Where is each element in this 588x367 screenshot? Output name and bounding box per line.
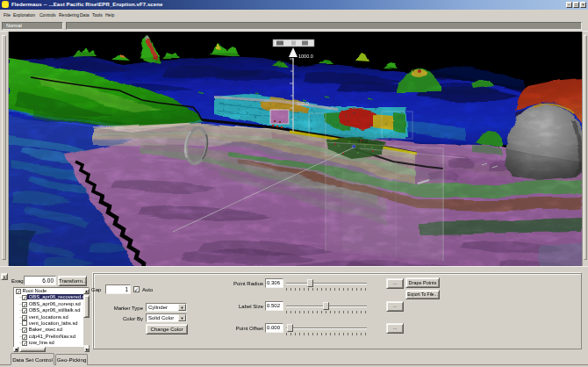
svg-text:1000.0: 1000.0 <box>298 54 313 59</box>
